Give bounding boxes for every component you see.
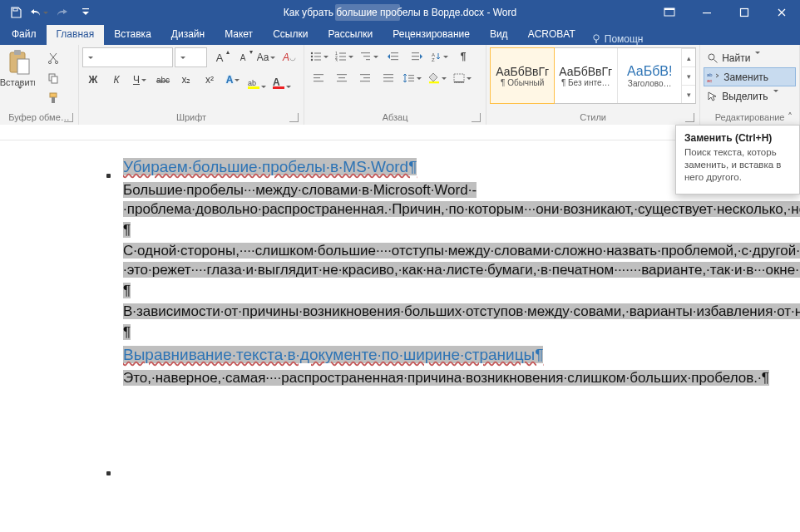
tab-file[interactable]: Файл <box>2 25 47 45</box>
align-justify-button[interactable] <box>378 69 399 87</box>
qat-customize-icon[interactable] <box>75 2 96 22</box>
styles-gallery[interactable]: АаБбВвГг¶ Обычный АаБбВвГг¶ Без инте… Аа… <box>490 47 696 104</box>
indent-button[interactable] <box>406 47 427 66</box>
align-left-button[interactable] <box>308 69 329 87</box>
close-icon[interactable] <box>763 0 800 24</box>
maximize-icon[interactable] <box>725 0 763 24</box>
svg-rect-34 <box>391 59 398 60</box>
shrink-font-button[interactable]: A▾ <box>232 48 254 66</box>
group-editing-label: Редактирование <box>704 111 796 125</box>
tab-layout[interactable]: Макет <box>215 25 263 45</box>
bullets-button[interactable] <box>308 47 331 66</box>
svg-text:ab: ab <box>707 72 713 77</box>
svg-rect-45 <box>337 81 347 81</box>
font-name-combo[interactable] <box>82 47 173 67</box>
font-launcher[interactable] <box>289 113 299 122</box>
tell-me[interactable]: Помощн <box>590 33 644 45</box>
svg-point-12 <box>55 61 57 63</box>
svg-rect-53 <box>408 77 414 78</box>
svg-rect-48 <box>360 81 370 81</box>
font-size-combo[interactable] <box>175 47 207 67</box>
svg-rect-42 <box>314 81 323 81</box>
tab-acrobat[interactable]: ACROBAT <box>518 25 585 45</box>
svg-rect-20 <box>314 56 321 57</box>
tab-home[interactable]: Главная <box>47 25 105 45</box>
replace-tooltip: Заменить (Ctrl+H) Поиск текста, которь з… <box>675 125 800 195</box>
svg-rect-15 <box>50 93 57 97</box>
grow-font-button[interactable]: A▴ <box>209 48 230 66</box>
numbering-button[interactable]: 123 <box>333 47 356 66</box>
svg-rect-26 <box>339 56 346 57</box>
save-icon[interactable] <box>5 2 27 22</box>
copy-button[interactable] <box>35 69 72 87</box>
borders-button[interactable] <box>451 69 474 87</box>
group-styles-label: Стили <box>490 111 696 125</box>
styles-down[interactable]: ▾ <box>682 66 695 85</box>
svg-rect-30 <box>363 56 370 57</box>
group-font-label: Шрифт <box>82 111 300 125</box>
show-marks-button[interactable]: ¶ <box>452 47 474 66</box>
format-painter-button[interactable] <box>35 89 72 107</box>
cut-button[interactable] <box>35 49 72 67</box>
change-case-button[interactable]: Aa <box>255 48 277 66</box>
bold-button[interactable]: Ж <box>82 71 104 89</box>
undo-icon[interactable] <box>28 2 50 22</box>
find-button[interactable]: Найти <box>704 49 796 66</box>
clear-format-button[interactable]: A◡ <box>279 48 300 66</box>
svg-rect-10 <box>17 59 29 74</box>
redo-icon[interactable] <box>52 2 73 22</box>
svg-rect-29 <box>361 52 370 53</box>
svg-rect-57 <box>454 81 464 82</box>
underline-button[interactable]: Ч <box>129 71 151 89</box>
styles-up[interactable]: ▴ <box>682 48 695 66</box>
svg-rect-33 <box>391 56 398 57</box>
styles-launcher[interactable] <box>685 113 694 122</box>
styles-more[interactable]: ▾ <box>682 85 695 103</box>
text-effects-button[interactable]: A <box>222 71 244 89</box>
tab-mailings[interactable]: Рассылки <box>318 25 383 45</box>
svg-rect-35 <box>412 52 419 53</box>
shading-button[interactable] <box>426 69 449 87</box>
heading: Убираем·большие·пробелы·в·MS·Word¶ <box>123 158 417 175</box>
line-spacing-button[interactable] <box>401 69 424 87</box>
svg-point-58 <box>709 54 714 60</box>
sort-button[interactable]: AZ <box>429 47 451 66</box>
ribbon-display-icon[interactable] <box>650 0 688 24</box>
paragraph-launcher[interactable] <box>472 113 481 122</box>
tab-insert[interactable]: Вставка <box>104 25 161 45</box>
document-title: Как убрать большие пробелы в Ворде.docx … <box>284 7 516 18</box>
svg-rect-36 <box>412 56 419 57</box>
svg-point-19 <box>311 56 313 57</box>
svg-rect-0 <box>13 8 17 11</box>
paste-button[interactable]: Вставить <box>3 47 35 104</box>
strike-button[interactable]: abc <box>152 71 174 89</box>
align-center-button[interactable] <box>331 69 353 87</box>
style-normal[interactable]: АаБбВвГг¶ Обычный <box>490 47 555 104</box>
select-button[interactable]: Выделить <box>704 87 796 105</box>
para-mark: ¶ <box>123 222 131 238</box>
svg-rect-16 <box>52 97 55 103</box>
italic-button[interactable]: К <box>106 71 127 89</box>
outdent-button[interactable] <box>383 47 404 66</box>
style-heading1[interactable]: АаБбВ!Заголово… <box>618 48 682 103</box>
tab-design[interactable]: Дизайн <box>161 25 215 45</box>
svg-rect-3 <box>664 8 674 10</box>
svg-rect-52 <box>408 75 414 76</box>
replace-button[interactable]: abacЗаменить <box>704 67 796 86</box>
group-paragraph-label: Абзац <box>308 111 482 125</box>
subscript-button[interactable]: x₂ <box>175 71 197 89</box>
minimize-icon[interactable] <box>688 0 725 24</box>
font-color-button[interactable]: A <box>270 71 294 89</box>
align-right-button[interactable] <box>354 69 376 87</box>
multilevel-button[interactable] <box>358 47 381 66</box>
style-no-spacing[interactable]: АаБбВвГг¶ Без инте… <box>554 48 618 103</box>
superscript-button[interactable]: x² <box>199 71 220 89</box>
tab-view[interactable]: Вид <box>480 25 518 45</box>
tab-references[interactable]: Ссылки <box>263 25 318 45</box>
svg-rect-28 <box>339 59 346 60</box>
highlight-button[interactable]: ab <box>245 71 269 89</box>
collapse-ribbon-icon[interactable]: ˄ <box>783 111 797 123</box>
clipboard-launcher[interactable] <box>64 113 73 122</box>
svg-rect-22 <box>314 59 321 60</box>
tab-review[interactable]: Рецензирование <box>383 25 480 45</box>
